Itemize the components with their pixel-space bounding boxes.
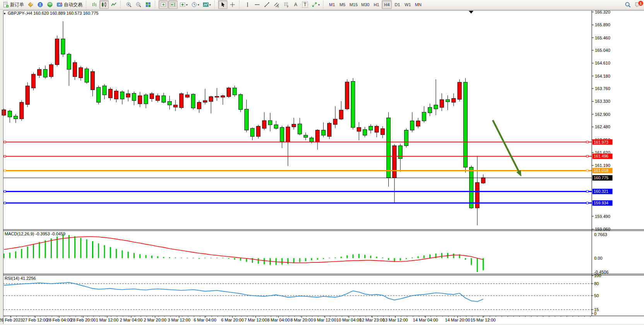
candle-body xyxy=(227,88,231,97)
trendline-tool-button[interactable] xyxy=(262,0,272,9)
dropdown-arrow-icon[interactable]: ▾ xyxy=(198,3,199,7)
price-tag-label: 161.496 xyxy=(594,154,608,158)
toolbar-separator xyxy=(120,1,122,9)
svg-text:E: E xyxy=(277,5,279,8)
timeframe-m30-button[interactable]: M30 xyxy=(360,0,371,9)
candle-body xyxy=(458,82,461,99)
timeframe-m15-button[interactable]: M15 xyxy=(348,0,359,9)
timeframe-m1-button[interactable]: M1 xyxy=(327,0,337,9)
date-label: 3 Mar 12:00 xyxy=(168,318,191,322)
line-handle[interactable] xyxy=(4,141,6,143)
candle-body xyxy=(197,102,201,109)
candle-body xyxy=(434,105,438,109)
period-clock-button[interactable]: ▾ xyxy=(190,0,201,9)
equidistant-channel-tool-button[interactable]: E xyxy=(272,0,281,9)
search-icon xyxy=(625,2,631,8)
toolbar-separator xyxy=(239,1,241,9)
arrows-tool-button[interactable]: ▾ xyxy=(310,0,321,9)
dropdown-arrow-icon[interactable]: ▾ xyxy=(318,3,319,7)
candle-body xyxy=(256,126,260,136)
text-tool-button[interactable]: A xyxy=(291,0,300,9)
date-label: 7 Mar 12:00 xyxy=(244,318,267,322)
chart-canvas[interactable]: 166.320165.890165.460165.040164.610164.1… xyxy=(0,10,644,325)
chart-shift-button[interactable] xyxy=(168,0,178,9)
horizontal-line-tool-button[interactable] xyxy=(253,0,262,9)
candle-body xyxy=(321,130,325,135)
candle-body xyxy=(150,94,154,99)
candle-body xyxy=(470,167,473,208)
dropdown-arrow-icon[interactable]: ▾ xyxy=(186,3,188,7)
line-handle[interactable] xyxy=(4,191,6,192)
candle-body xyxy=(280,128,284,142)
zoom-in-button[interactable] xyxy=(124,0,133,9)
candle-body xyxy=(298,124,302,134)
new-order-button[interactable]: 新订单 xyxy=(1,0,26,9)
line-handle[interactable] xyxy=(4,170,6,172)
price-axis-label: 165.890 xyxy=(595,22,610,27)
candle-body xyxy=(221,96,225,97)
timeframe-h4-button[interactable]: H4 xyxy=(382,0,392,9)
candle-body xyxy=(387,118,391,178)
candle-body xyxy=(446,100,450,102)
line-handle[interactable] xyxy=(586,202,588,204)
text-label-tool-button[interactable]: T xyxy=(301,0,309,9)
add-indicator-button[interactable]: ▾ xyxy=(178,0,189,9)
timeframe-d1-button[interactable]: D1 xyxy=(392,0,402,9)
line-chart-button[interactable] xyxy=(109,0,118,9)
autotrade-button[interactable]: 自动交易 xyxy=(55,0,84,9)
candle-body xyxy=(345,82,349,109)
date-label: 14 Mar 04:00 xyxy=(413,318,438,322)
fibonacci-tool-button[interactable]: F xyxy=(282,0,291,9)
signals-button[interactable] xyxy=(36,0,45,9)
date-label: 28 Feb 20:00 xyxy=(71,318,96,322)
arrows-icon xyxy=(311,2,318,8)
search-button[interactable] xyxy=(623,0,633,9)
notification-badge[interactable]: 1 xyxy=(638,0,644,6)
timeframe-m5-button[interactable]: M5 xyxy=(337,0,347,9)
candlestick-chart-button[interactable] xyxy=(99,0,109,9)
candle-body xyxy=(481,178,485,183)
price-tag-label: 160.775 xyxy=(594,175,608,180)
chart-menu-triangle-icon[interactable]: ▼ xyxy=(3,12,6,15)
timeframe-w1-button[interactable]: W1 xyxy=(403,0,413,9)
crosshair-tool-button[interactable] xyxy=(228,0,237,9)
price-axis-label: 162.480 xyxy=(595,124,610,129)
timeframe-h1-button[interactable]: H1 xyxy=(371,0,381,9)
zoom-out-button[interactable] xyxy=(134,0,143,9)
line-handle[interactable] xyxy=(4,155,6,157)
candle-body xyxy=(20,102,24,119)
clock-icon xyxy=(191,2,197,8)
line-handle[interactable] xyxy=(4,202,6,204)
auto-scroll-button[interactable] xyxy=(159,0,168,9)
templates-button[interactable]: ▾ xyxy=(201,0,212,9)
date-label: 6 Mar 20:00 xyxy=(221,318,244,322)
candle-body xyxy=(162,96,166,102)
price-axis-label: 165.460 xyxy=(595,36,610,40)
chart-background[interactable] xyxy=(3,10,644,324)
timeframe-mn-button[interactable]: MN xyxy=(413,0,423,9)
vps-button[interactable] xyxy=(45,0,55,9)
vertical-line-tool-button[interactable] xyxy=(243,0,252,9)
candle-body xyxy=(144,95,148,104)
notifications-button[interactable]: 1 xyxy=(633,0,643,9)
candle-body xyxy=(428,107,432,113)
line-handle[interactable] xyxy=(586,170,588,172)
gold-diamond-icon xyxy=(27,2,34,8)
market-button[interactable] xyxy=(26,0,35,9)
line-handle[interactable] xyxy=(586,141,588,143)
macd-axis-label: 0.00 xyxy=(594,256,602,260)
cursor-tool-button[interactable] xyxy=(218,0,227,9)
line-handle[interactable] xyxy=(586,191,588,192)
dropdown-arrow-icon[interactable]: ▾ xyxy=(209,3,211,7)
bar-chart-button[interactable] xyxy=(90,0,99,9)
price-tag-label: 161.973 xyxy=(594,140,608,145)
tile-windows-button[interactable] xyxy=(143,0,153,9)
candle-body xyxy=(328,123,331,136)
candle-body xyxy=(79,68,83,78)
horizontal-line-icon xyxy=(254,2,260,8)
candle-body xyxy=(357,128,361,131)
price-tag-label: 160.321 xyxy=(594,189,608,194)
macd-label: MACD(12,26,9) -0.3953 -0.0459 xyxy=(5,231,65,236)
candle-body xyxy=(304,135,307,137)
line-handle[interactable] xyxy=(586,155,588,157)
